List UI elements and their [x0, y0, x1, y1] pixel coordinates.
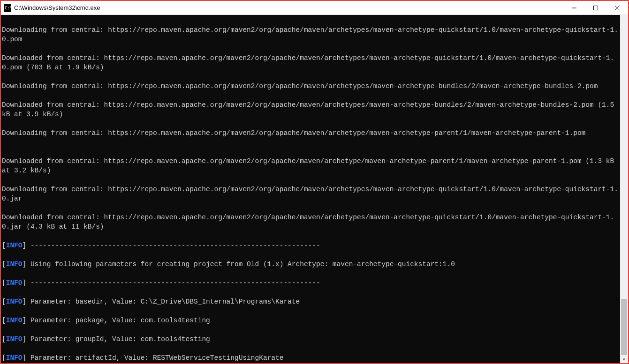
window-titlebar: C:\ C:\Windows\System32\cmd.exe	[1, 1, 628, 15]
log-line: Downloaded from central: https://repo.ma…	[2, 156, 620, 175]
log-line: Downloaded from central: https://repo.ma…	[2, 213, 620, 231]
info-line: [INFO] Using following parameters for cr…	[2, 260, 620, 269]
close-button[interactable]	[606, 1, 628, 15]
log-line: Downloading from central: https://repo.m…	[2, 185, 620, 203]
info-line: [INFO] Parameter: package, Value: com.to…	[2, 316, 620, 325]
log-line: Downloading from central: https://repo.m…	[2, 82, 620, 91]
window-title: C:\Windows\System32\cmd.exe	[14, 4, 563, 11]
log-line: Downloading from central: https://repo.m…	[2, 128, 620, 138]
info-line: [INFO] ---------------------------------…	[2, 278, 620, 288]
info-line: [INFO] Parameter: groupId, Value: com.to…	[2, 334, 620, 344]
terminal-output[interactable]: Downloading from central: https://repo.m…	[1, 15, 620, 363]
vertical-scrollbar[interactable]: ▾	[620, 15, 628, 363]
maximize-button[interactable]	[585, 1, 606, 15]
info-line: [INFO] Parameter: basedir, Value: C:\Z_D…	[2, 297, 620, 306]
svg-text:C:\: C:\	[5, 6, 11, 10]
scrollbar-thumb[interactable]	[621, 299, 627, 355]
log-line: Downloaded from central: https://repo.ma…	[2, 53, 620, 72]
cmd-icon: C:\	[4, 4, 11, 12]
log-line: Downloaded from central: https://repo.ma…	[2, 100, 620, 119]
info-line: [INFO] Parameter: artifactId, Value: RES…	[2, 353, 620, 363]
scroll-down-icon[interactable]: ▾	[620, 355, 628, 363]
svg-rect-3	[594, 6, 598, 10]
info-line: [INFO] ---------------------------------…	[2, 241, 620, 250]
minimize-button[interactable]	[563, 1, 585, 15]
log-line: Downloading from central: https://repo.m…	[2, 25, 620, 44]
